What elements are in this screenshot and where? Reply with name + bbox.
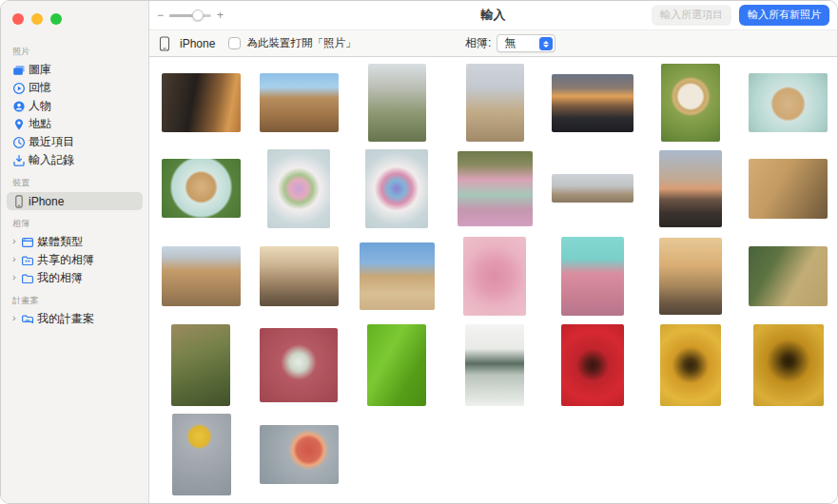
photo-cell — [152, 61, 250, 145]
sidebar-item-label: 回憶 — [29, 80, 51, 96]
photo-granite-peak[interactable] — [466, 64, 524, 142]
shared-album-icon — [21, 254, 37, 267]
photo-cell — [739, 232, 837, 320]
sidebar-item-memories[interactable]: 回憶 — [7, 79, 143, 97]
photo-cell — [348, 145, 446, 232]
chevron-right-icon[interactable]: › — [12, 313, 21, 323]
photo-cell — [250, 232, 348, 320]
sidebar-item-media-types[interactable]: ›媒體類型 — [7, 233, 143, 251]
sidebar-item-my-albums[interactable]: ›我的相簿 — [7, 269, 143, 287]
chevron-right-icon[interactable]: › — [12, 272, 21, 282]
sidebar-item-imports[interactable]: 輸入記錄 — [7, 151, 143, 169]
photo-sierra-valley[interactable] — [260, 246, 339, 306]
photo-meadow-log[interactable] — [749, 246, 828, 306]
photo-pastry-plate-green[interactable] — [162, 159, 241, 218]
media-types-icon — [21, 236, 37, 249]
places-icon — [12, 118, 29, 131]
photo-cell — [739, 145, 837, 232]
photo-cell — [446, 61, 544, 145]
photo-grid — [149, 57, 837, 498]
sidebar-item-label: 人物 — [29, 98, 51, 114]
sidebar-item-label: 輸入記錄 — [29, 152, 74, 168]
photo-grid-row — [152, 320, 837, 411]
photo-cell — [641, 145, 739, 232]
open-photos-checkbox[interactable] — [228, 37, 241, 49]
photo-cell — [446, 320, 544, 411]
zoom-out-icon[interactable]: − — [157, 9, 164, 22]
sidebar-item-my-projects[interactable]: ›我的計畫案 — [7, 310, 143, 328]
photo-red-gerbera[interactable] — [561, 324, 624, 406]
sidebar-section-title-projects: 計畫案 — [7, 287, 143, 310]
sidebar-item-library[interactable]: 圖庫 — [7, 61, 143, 79]
photo-canyon-road[interactable] — [260, 73, 339, 132]
photo-cell — [543, 145, 641, 232]
photo-desert-dusk[interactable] — [659, 150, 722, 227]
photo-mobius-arch[interactable] — [360, 242, 435, 310]
photo-concha-berry-plate[interactable] — [749, 73, 828, 132]
chevron-right-icon[interactable]: › — [12, 236, 21, 246]
photo-concha-stack[interactable] — [458, 151, 533, 226]
photo-agave-bloom[interactable] — [368, 64, 426, 142]
sidebar-item-shared-albums[interactable]: ›共享的相簿 — [7, 251, 143, 269]
photo-hazy-basin-pano[interactable] — [552, 174, 633, 203]
iphone-icon — [12, 195, 29, 208]
photo-cell — [250, 411, 348, 498]
sidebar-item-iphone[interactable]: iPhone — [7, 192, 143, 210]
sidebar-item-recents[interactable]: 最近項目 — [7, 133, 143, 151]
photo-dry-grass-dusk[interactable] — [659, 238, 722, 315]
sidebar-item-label: 共享的相簿 — [37, 252, 94, 268]
photo-ocean-sunset[interactable] — [552, 74, 633, 132]
photo-wild-plant[interactable] — [171, 324, 230, 406]
import-selected-button[interactable]: 輸入所選項目 — [652, 5, 731, 25]
photo-cell — [543, 61, 641, 145]
photo-cell — [152, 145, 250, 232]
sidebar-item-people[interactable]: 人物 — [7, 97, 143, 115]
photo-grid-row — [152, 145, 837, 232]
photo-cell — [250, 145, 348, 232]
photo-yellow-gerbera[interactable] — [660, 324, 721, 406]
photo-cell — [348, 232, 446, 320]
project-folder-icon — [21, 313, 37, 326]
close-button[interactable] — [12, 13, 24, 25]
photo-golden-gerbera[interactable] — [753, 324, 824, 406]
sidebar-item-places[interactable]: 地點 — [7, 115, 143, 133]
chevron-right-icon[interactable]: › — [12, 254, 21, 264]
sidebar-section-title-albums: 相簿 — [7, 210, 143, 233]
zoom-button[interactable] — [50, 13, 62, 25]
photo-cell — [152, 232, 250, 320]
slider-thumb[interactable] — [192, 10, 204, 21]
import-all-new-button[interactable]: 輸入所有新照片 — [739, 5, 829, 25]
photo-cell — [739, 61, 837, 145]
photo-dog-on-rug[interactable] — [162, 73, 241, 132]
people-icon — [12, 100, 29, 113]
photo-cell — [250, 320, 348, 411]
sidebar-section-title-devices: 裝置 — [7, 169, 143, 192]
photo-alabama-hills[interactable] — [162, 246, 241, 306]
sidebar: 照片圖庫回憶人物地點最近項目輸入記錄裝置iPhone相簿›媒體類型›共享的相簿›… — [1, 1, 149, 503]
photo-pink-cake[interactable] — [561, 237, 624, 316]
photo-leaf-macro[interactable] — [367, 324, 426, 406]
photo-pastry-banana-leaf[interactable] — [661, 64, 720, 142]
photo-cell — [641, 61, 739, 145]
photo-grapefruit-halves[interactable] — [260, 425, 339, 484]
device-name-label: iPhone — [180, 37, 215, 50]
photo-pastel-conchas-a[interactable] — [267, 149, 330, 228]
album-select[interactable]: 無 — [497, 34, 555, 52]
import-tray-icon — [12, 154, 29, 167]
zoom-in-icon[interactable]: + — [217, 9, 224, 22]
photo-pastel-conchas-b[interactable] — [365, 149, 428, 228]
photo-gerbera-stem[interactable] — [172, 414, 231, 495]
sidebar-sections: 照片圖庫回憶人物地點最近項目輸入記錄裝置iPhone相簿›媒體類型›共享的相簿›… — [1, 25, 148, 328]
photo-pink-tea-table[interactable] — [463, 237, 526, 316]
photo-grid-row — [152, 411, 837, 498]
minimize-button[interactable] — [31, 13, 43, 25]
photo-peacock-feather[interactable] — [465, 324, 524, 406]
thumbnail-size-slider[interactable] — [169, 14, 211, 17]
content-area: − + 輸入 輸入所選項目 輸入所有新照片 iPhone 為此裝置打開「照片」 … — [149, 1, 837, 503]
album-selected-value: 無 — [504, 35, 516, 51]
thumbnail-zoom-control: − + — [157, 9, 224, 22]
window-controls — [1, 1, 148, 25]
photo-boulders-sunset[interactable] — [749, 159, 828, 219]
select-stepper-icon — [539, 37, 553, 50]
photo-allium-on-red[interactable] — [260, 328, 338, 402]
